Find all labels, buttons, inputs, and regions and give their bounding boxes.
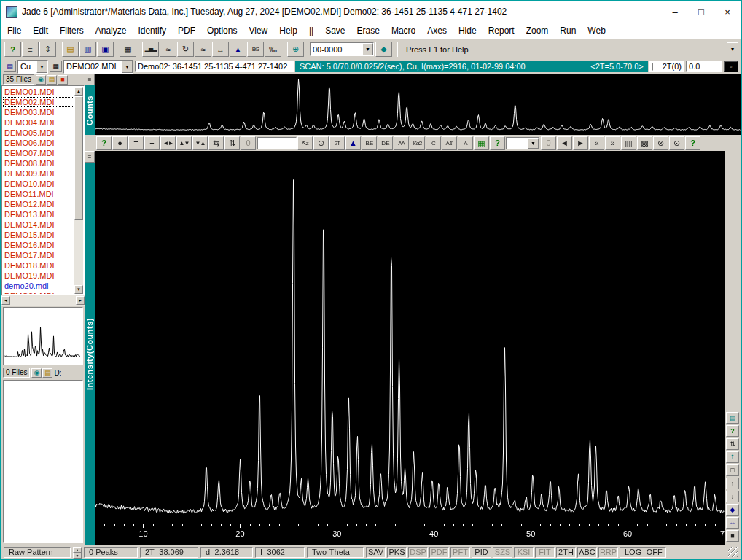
axis-2t-button[interactable]: 2T bbox=[329, 136, 345, 150]
file-list-item[interactable]: DEMO10.MDI bbox=[3, 179, 74, 189]
toggle-fit[interactable]: FIT bbox=[535, 547, 555, 558]
twotheta-zero-checkbox[interactable] bbox=[652, 63, 660, 71]
nudge-right-button[interactable]: ► bbox=[573, 136, 588, 150]
pan-up-button[interactable]: ↑ bbox=[726, 478, 739, 489]
menu-help[interactable]: Help bbox=[273, 26, 303, 36]
grid-toggle-button[interactable]: ▦ bbox=[50, 61, 62, 72]
full-view-button[interactable]: ■ bbox=[726, 530, 739, 542]
tile-button[interactable]: ▦ bbox=[474, 136, 489, 150]
file-select[interactable]: DEMO02.MDI ▼ bbox=[63, 60, 133, 74]
exclude-button[interactable]: ⊗ bbox=[653, 136, 668, 150]
scroll-vertical-button[interactable]: ⇅ bbox=[726, 438, 739, 450]
help-button-2[interactable]: ? bbox=[490, 136, 505, 150]
swap-vertical-button[interactable]: ⇅ bbox=[224, 136, 240, 150]
file-list-item[interactable]: DEMO17.MDI bbox=[3, 250, 74, 260]
zoom-count[interactable]: 0 bbox=[241, 136, 256, 150]
scrollbar-thumb[interactable] bbox=[74, 96, 83, 220]
chevron-down-icon[interactable]: ▼ bbox=[36, 61, 47, 73]
pattern-spinner[interactable]: ▲ ▼ bbox=[73, 547, 82, 558]
file-list-item[interactable]: DEMO07.MDI bbox=[3, 148, 74, 158]
expand-x-button[interactable]: ⇔ bbox=[726, 517, 739, 529]
file-list-item[interactable]: DEMO19.MDI bbox=[3, 271, 74, 281]
file-list-item[interactable]: DEMO16.MDI bbox=[3, 240, 74, 250]
scroll-down-icon[interactable]: ▼ bbox=[74, 285, 83, 294]
toggle-2th[interactable]: 2TH bbox=[556, 547, 576, 558]
menu-zoom[interactable]: Zoom bbox=[520, 26, 555, 36]
preset-combo[interactable]: ▼ bbox=[506, 137, 539, 149]
menu-report[interactable]: Report bbox=[483, 26, 520, 36]
normalize-button[interactable]: ‰ bbox=[265, 42, 281, 57]
toggle-abc[interactable]: ABC bbox=[577, 547, 597, 558]
scroll-up-icon[interactable]: ▲ bbox=[74, 87, 83, 96]
menu-run[interactable]: Run bbox=[554, 26, 582, 36]
file-list-item[interactable]: demo20.mdi bbox=[3, 281, 74, 291]
menu-macro[interactable]: Macro bbox=[386, 26, 421, 36]
shift-left-button[interactable]: « bbox=[589, 136, 604, 150]
toggle-dsp[interactable]: DSP bbox=[408, 547, 428, 558]
view-icon[interactable]: ◉ bbox=[36, 75, 46, 85]
file-list-item[interactable]: DEMO09.MDI bbox=[3, 168, 74, 179]
menu-separator[interactable]: || bbox=[303, 26, 319, 36]
print-button[interactable]: ▦ bbox=[120, 42, 136, 57]
collapse-corner-button[interactable]: ▫ bbox=[724, 61, 738, 72]
secondary-file-list[interactable] bbox=[3, 380, 83, 543]
scroll-left-icon[interactable]: ◄ bbox=[1, 296, 10, 305]
menu-analyze[interactable]: Analyze bbox=[90, 26, 133, 36]
spinner-up-icon[interactable]: ▲ bbox=[73, 547, 82, 553]
menu-identify[interactable]: Identify bbox=[132, 26, 172, 36]
file-list-item[interactable]: DEMO11.MDI bbox=[3, 189, 74, 199]
zoom-button[interactable]: ⊙ bbox=[313, 136, 329, 150]
menu-filters[interactable]: Filters bbox=[54, 26, 90, 36]
toggle-pdf[interactable]: PDF bbox=[429, 547, 449, 558]
folder-icon[interactable]: ▤ bbox=[47, 75, 57, 85]
sort-button[interactable]: ⇕ bbox=[39, 42, 56, 57]
resize-grip[interactable] bbox=[728, 547, 738, 557]
chevron-down-icon[interactable]: ▼ bbox=[362, 43, 373, 55]
file-list-item[interactable]: DEMO15.MDI bbox=[3, 230, 74, 240]
smooth-button[interactable]: ≈ bbox=[195, 42, 211, 57]
kalpha2-button[interactable]: Kα2 bbox=[410, 136, 425, 150]
pdf-number-combo[interactable]: 00-0000 ▼ bbox=[310, 42, 374, 56]
menu-view[interactable]: View bbox=[243, 26, 273, 36]
file-list-item[interactable]: DEMO13.MDI bbox=[3, 209, 74, 219]
log-scale-status[interactable]: LOG=OFF bbox=[620, 547, 666, 558]
pan-horizontal-button[interactable]: ◄► bbox=[160, 136, 176, 150]
file-list-hscroll[interactable]: ◄ ► bbox=[1, 295, 85, 306]
toggle-pks[interactable]: PKS bbox=[387, 547, 407, 558]
file-list-scrollbar[interactable]: ▲ ▼ bbox=[74, 87, 83, 294]
histogram-button[interactable]: ▂▅▃ bbox=[142, 42, 159, 57]
menu-erase[interactable]: Erase bbox=[351, 26, 386, 36]
file-list-item[interactable]: DEMO03.MDI bbox=[3, 107, 74, 117]
scroll-right-icon[interactable]: ► bbox=[76, 296, 85, 305]
sort-amplitude-button[interactable]: A⇕ bbox=[442, 136, 457, 150]
help-button[interactable]: ? bbox=[726, 425, 739, 437]
overview-chart-canvas[interactable] bbox=[95, 74, 741, 135]
stack-view-button[interactable]: ▤ bbox=[726, 412, 739, 424]
peak-small-button[interactable]: Λ bbox=[458, 136, 473, 150]
chevron-down-icon[interactable]: ▼ bbox=[528, 138, 539, 149]
scale-up-button[interactable]: ↥ bbox=[726, 451, 739, 463]
report-button[interactable]: ≡ bbox=[22, 42, 39, 57]
import-button[interactable]: ▥ bbox=[79, 42, 96, 57]
toolbar-overflow-button[interactable]: ▾ bbox=[727, 42, 738, 55]
marker-button[interactable]: ◆ bbox=[726, 504, 739, 516]
page-list-button[interactable]: ▤ bbox=[4, 61, 16, 72]
menu-hide[interactable]: Hide bbox=[453, 26, 483, 36]
maximize-button[interactable]: □ bbox=[688, 1, 714, 22]
toggle-szs[interactable]: SZS bbox=[493, 547, 512, 558]
preview-pane[interactable] bbox=[3, 307, 83, 365]
erase-button[interactable]: ● bbox=[112, 136, 128, 150]
chevron-down-icon[interactable]: ▼ bbox=[122, 61, 133, 73]
menu-edit[interactable]: Edit bbox=[27, 26, 54, 36]
profile-fit-button[interactable]: ▲ bbox=[230, 42, 246, 57]
spinner-down-icon[interactable]: ▼ bbox=[73, 553, 82, 559]
minimize-button[interactable]: – bbox=[662, 1, 688, 22]
refresh-button[interactable]: ↻ bbox=[177, 42, 194, 57]
file-list-item[interactable]: DEMO14.MDI bbox=[3, 219, 74, 230]
toggle-pft[interactable]: PFT bbox=[450, 547, 470, 558]
overlay-button[interactable]: ≈ bbox=[160, 42, 176, 57]
calibrate-button[interactable]: C bbox=[426, 136, 441, 150]
pane-handle[interactable]: ≡ bbox=[85, 74, 95, 85]
save-file-button[interactable]: ▣ bbox=[97, 42, 114, 57]
toggle-ksi[interactable]: KSI bbox=[514, 547, 534, 558]
